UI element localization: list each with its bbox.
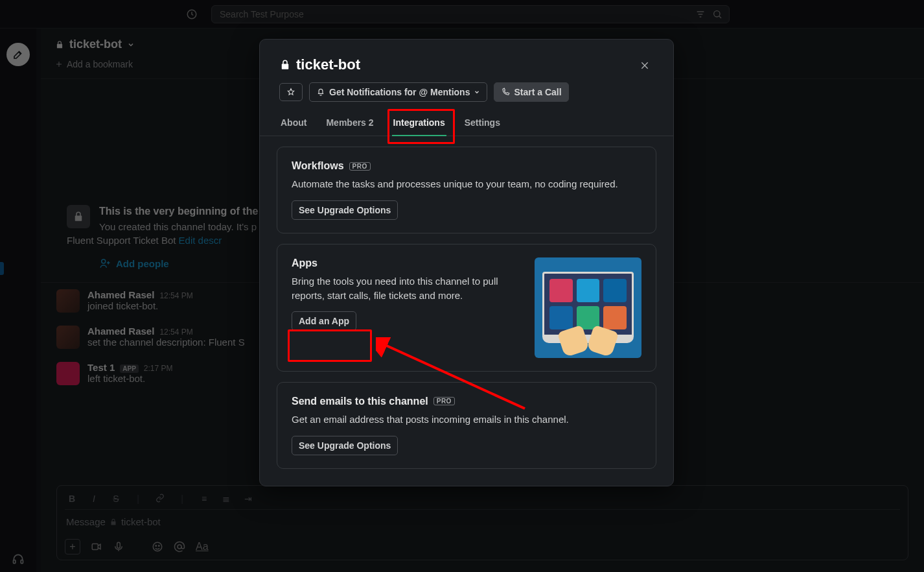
workflows-title: Workflows xyxy=(292,160,344,172)
star-button[interactable] xyxy=(279,83,303,101)
start-call-button[interactable]: Start a Call xyxy=(494,82,568,102)
bell-icon xyxy=(316,88,325,97)
add-app-button[interactable]: Add an App xyxy=(292,311,356,331)
emails-card: Send emails to this channelPRO Get an em… xyxy=(277,382,656,469)
modal-title: ticket-bot xyxy=(279,56,360,73)
upgrade-options-button[interactable]: See Upgrade Options xyxy=(292,436,398,455)
channel-details-modal: ticket-bot Get Notifications for @ Menti… xyxy=(259,39,674,486)
modal-tabs: About Members 2 Integrations Settings xyxy=(260,111,673,136)
phone-icon xyxy=(501,88,510,97)
tab-settings[interactable]: Settings xyxy=(463,111,502,136)
pro-badge: PRO xyxy=(349,162,371,171)
close-button[interactable] xyxy=(636,56,654,75)
tab-integrations[interactable]: Integrations xyxy=(392,111,446,136)
tab-about[interactable]: About xyxy=(279,111,308,136)
chevron-down-icon xyxy=(474,89,480,95)
apps-card: Apps Bring the tools you need into this … xyxy=(277,244,656,372)
emails-title: Send emails to this channel xyxy=(292,396,428,407)
lock-icon xyxy=(279,59,291,71)
apps-desc: Bring the tools you need into this chann… xyxy=(292,274,523,303)
close-icon xyxy=(640,60,650,71)
notifications-button[interactable]: Get Notifications for @ Mentions xyxy=(309,82,487,102)
star-icon xyxy=(286,88,295,97)
tab-members[interactable]: Members 2 xyxy=(325,111,375,136)
pro-badge: PRO xyxy=(433,397,455,405)
upgrade-options-button[interactable]: See Upgrade Options xyxy=(292,200,398,220)
workflows-card: WorkflowsPRO Automate the tasks and proc… xyxy=(277,147,656,233)
workflows-desc: Automate the tasks and processes unique … xyxy=(292,177,641,191)
emails-desc: Get an email address that posts incoming… xyxy=(292,412,641,427)
apps-title: Apps xyxy=(292,257,523,269)
apps-illustration xyxy=(535,257,641,358)
